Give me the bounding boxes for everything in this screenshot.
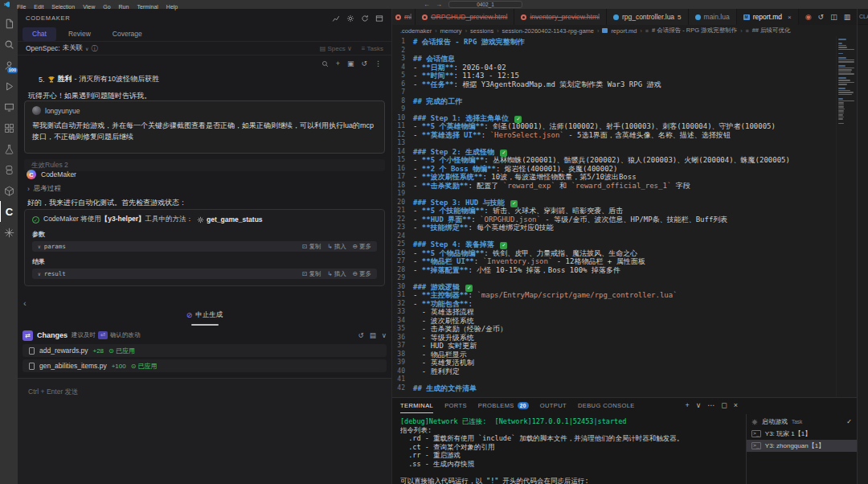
terminal-output[interactable]: [debug]Network 已连接: [Network]127.0.0.1|5… bbox=[400, 417, 743, 484]
terminal-instance--[interactable]: 启动游戏Task✓ bbox=[747, 416, 857, 428]
tasks-button[interactable]: ≡ Tasks bbox=[362, 45, 383, 52]
editor-tab-ORPGHUD_preview.html[interactable]: ORPGHUD_preview.html bbox=[416, 9, 514, 25]
chat-input[interactable]: Ctrl + Enter 发送 bbox=[18, 378, 391, 484]
activity-extensions[interactable] bbox=[0, 117, 18, 138]
nav-forward-icon[interactable]: → bbox=[436, 1, 442, 8]
menu-help[interactable]: Help bbox=[162, 4, 182, 10]
activity-python[interactable] bbox=[0, 159, 18, 180]
result-row[interactable]: ∨ result ⊡ 复制 ↳ 插入 ⊖ 更多 bbox=[32, 269, 377, 279]
menu-go[interactable]: Go bbox=[99, 4, 114, 10]
maximize-icon[interactable]: ◻ bbox=[721, 401, 727, 409]
more-icon[interactable]: ⋯ bbox=[707, 401, 714, 409]
panel-tab-ports[interactable]: PORTS bbox=[444, 398, 467, 413]
menu-run[interactable]: Run bbox=[115, 4, 133, 10]
sidebar-tab-chat[interactable]: Chat bbox=[23, 27, 56, 41]
changed-file-row[interactable]: gen_abilities_items.py+100⊙ 已应用 bbox=[23, 359, 387, 372]
editor-tab-ml[interactable]: ml bbox=[392, 9, 416, 25]
active-rules-note[interactable]: 生效Rules 2 bbox=[24, 159, 385, 171]
menu-terminal[interactable]: Terminal bbox=[133, 4, 162, 10]
line-number: 21 bbox=[392, 207, 413, 215]
menu-edit[interactable]: Edit bbox=[30, 4, 47, 10]
add-icon[interactable]: + bbox=[336, 59, 340, 68]
close-icon[interactable]: × bbox=[788, 14, 792, 21]
search-icon[interactable] bbox=[321, 60, 329, 68]
markdown-editor[interactable]: 1# 会话报告 - RPG 游戏完整制作23## 会话信息4- **日期**: … bbox=[392, 36, 836, 397]
breadcrumb-item[interactable]: memory bbox=[440, 27, 462, 35]
menu-file[interactable]: File bbox=[13, 4, 30, 10]
activity-testing[interactable] bbox=[0, 138, 18, 159]
breadcrumb-item[interactable]: report.md bbox=[611, 27, 637, 35]
split-editor-icon[interactable]: ◫ bbox=[830, 13, 837, 21]
insert-button[interactable]: ↳ 插入 bbox=[327, 270, 346, 278]
panel-tab-output[interactable]: OUTPUT bbox=[540, 398, 567, 413]
breadcrumb-item[interactable]: session-20260402-1143-rpg-game bbox=[502, 27, 595, 35]
collapse-left-icon[interactable]: ‹ bbox=[23, 298, 27, 308]
result-label: 结果 bbox=[32, 257, 377, 266]
history-icon[interactable]: ↺ bbox=[818, 13, 825, 21]
params-row[interactable]: ∨ params ⊡ 复制 ↳ 插入 ⊖ 更多 bbox=[32, 241, 377, 252]
kebab-icon[interactable]: ⋮ bbox=[375, 59, 382, 68]
new-terminal-icon[interactable]: + bbox=[685, 401, 689, 409]
activity-accounts[interactable]: 100 bbox=[0, 55, 18, 76]
activity-codemaker[interactable]: C bbox=[0, 201, 18, 222]
sidebar-tab-review[interactable]: Review bbox=[59, 27, 100, 41]
copy-button[interactable]: ⊡ 复制 bbox=[302, 270, 321, 278]
changed-file-row[interactable]: add_rewards.py+28⊙ 已应用 bbox=[23, 344, 387, 357]
thinking-toggle[interactable]: › 思考过程 bbox=[27, 184, 61, 194]
preview-icon[interactable]: ◉ bbox=[805, 13, 812, 21]
discard-all-icon[interactable]: ↺ bbox=[358, 331, 364, 339]
dropdown-icon[interactable]: ∨ bbox=[696, 401, 702, 409]
breadcrumb-item[interactable]: .codemaker bbox=[400, 27, 432, 35]
breadcrumb-item[interactable]: # 会话报告 - RPG 游戏完整制作 bbox=[652, 27, 737, 35]
panel-icon[interactable]: ▣ bbox=[347, 59, 354, 68]
code-line: 25### Step 4: 装备掉落 ✓ bbox=[392, 240, 836, 249]
editor-tab-main.lua[interactable]: main.lua bbox=[689, 9, 737, 25]
activity-run-debug[interactable] bbox=[0, 76, 18, 96]
activity-packages[interactable] bbox=[0, 180, 18, 201]
insert-button[interactable]: ↳ 插入 bbox=[327, 243, 346, 251]
activity-spark[interactable] bbox=[0, 222, 18, 243]
editor-tab-report.md[interactable]: Mreport.md× bbox=[737, 9, 799, 25]
title-bar: FileEditSelectionViewGoRunTerminalHelp ←… bbox=[0, 0, 868, 9]
window-icon[interactable] bbox=[375, 14, 383, 23]
chevron-down-icon[interactable]: ∨ bbox=[85, 46, 88, 51]
sidebar-tab-coverage[interactable]: Coverage bbox=[103, 27, 152, 41]
terminal-instance-y3-zhongquan-1-[interactable]: >_Y3: zhongquan【1】 bbox=[747, 440, 857, 452]
panel-tab-debug-console[interactable]: DEBUG CONSOLE bbox=[578, 398, 635, 413]
activity-remote-screen[interactable] bbox=[0, 96, 18, 117]
tab-label: main.lua bbox=[704, 13, 730, 21]
terminal-instance-y3-1-1-[interactable]: >_Y3: 玩家 1【1】 bbox=[747, 428, 857, 440]
breadcrumb-item[interactable]: sessions bbox=[470, 27, 493, 35]
history-icon[interactable]: ↺ bbox=[361, 59, 367, 68]
activity-search[interactable] bbox=[0, 34, 18, 55]
close-icon[interactable]: × bbox=[734, 401, 738, 409]
info-icon[interactable]: ⓘ bbox=[91, 44, 97, 53]
activity-explorer[interactable] bbox=[0, 13, 18, 34]
more-button[interactable]: ⊖ 更多 bbox=[353, 270, 371, 278]
panel-tab-terminal[interactable]: TERMINAL bbox=[400, 398, 433, 413]
menu-view[interactable]: View bbox=[79, 4, 99, 10]
menu-selection[interactable]: Selection bbox=[47, 4, 79, 10]
open-file-icon[interactable]: ▤ bbox=[370, 331, 376, 339]
search-value: 0402_1 bbox=[477, 2, 494, 7]
breadcrumb-item[interactable]: ## 后续可优化 bbox=[752, 27, 791, 35]
specs-dropdown[interactable]: ▤ Specs ∨ bbox=[320, 45, 352, 52]
resize-handle[interactable] bbox=[191, 324, 219, 326]
chevron-down-icon[interactable]: ∨ bbox=[382, 331, 387, 339]
overflow-editor-tab[interactable]: CLAU bbox=[858, 9, 868, 25]
chart-icon[interactable] bbox=[332, 14, 340, 23]
sync-icon[interactable] bbox=[361, 14, 369, 23]
layout-icon[interactable]: ▥ bbox=[844, 13, 851, 21]
editor-tab-inventory_preview.html[interactable]: inventory_preview.html bbox=[514, 9, 606, 25]
gear-icon[interactable] bbox=[346, 14, 354, 23]
terminal-instance-label: 启动游戏 bbox=[762, 417, 788, 426]
panel-tab-problems[interactable]: PROBLEMS20 bbox=[478, 398, 529, 413]
more-button[interactable]: ⊖ 更多 bbox=[353, 243, 371, 251]
copy-button[interactable]: ⊡ 复制 bbox=[302, 243, 321, 251]
stop-generation-button[interactable]: ⊘ 中止生成 bbox=[18, 310, 391, 320]
editor-tab-rpg_controller.lua[interactable]: rpg_controller.lua5 bbox=[607, 9, 689, 25]
openspec-value[interactable]: 未关联 bbox=[63, 43, 84, 53]
nav-back-icon[interactable]: ← bbox=[424, 1, 430, 8]
command-center-search[interactable]: 0402_1 bbox=[448, 1, 522, 8]
minimap[interactable] bbox=[836, 36, 857, 397]
